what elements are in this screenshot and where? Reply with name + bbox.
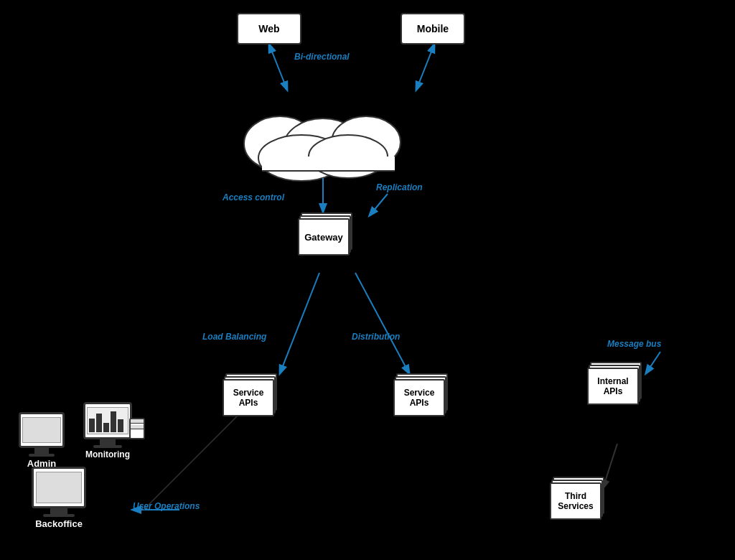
message-bus-label: Message bus	[607, 339, 661, 349]
gateway-node: Gateway	[298, 213, 355, 256]
svg-rect-5	[262, 157, 395, 171]
web-node: Web	[237, 13, 301, 45]
svg-point-4	[309, 135, 388, 178]
backoffice-label: Backoffice	[35, 518, 83, 529]
admin-node: Admin	[19, 412, 65, 469]
internal-apis-label: InternalAPIs	[597, 376, 628, 397]
monitoring-label: Monitoring	[85, 449, 130, 459]
service-apis-2-label: ServiceAPIs	[404, 388, 435, 409]
svg-point-1	[284, 118, 362, 176]
backoffice-node: Backoffice	[32, 467, 86, 529]
service-apis-2-node: ServiceAPIs	[393, 373, 451, 416]
service-apis-1-label: ServiceAPIs	[233, 388, 264, 409]
svg-point-2	[332, 116, 401, 168]
distribution-label: Distribution	[352, 332, 400, 342]
third-services-label: ThirdServices	[558, 491, 593, 512]
bidirectional-label: Bi-directional	[294, 52, 350, 62]
access-control-label: Access control	[223, 192, 284, 202]
mobile-label: Mobile	[417, 23, 449, 34]
service-apis-1-node: ServiceAPIs	[223, 373, 280, 419]
svg-point-0	[244, 116, 316, 171]
internal-apis-node: InternalAPIs	[587, 362, 645, 405]
mobile-node: Mobile	[401, 13, 465, 45]
gateway-label: Gateway	[304, 232, 342, 243]
svg-point-3	[258, 135, 345, 181]
replication-label: Replication	[376, 182, 423, 192]
web-label: Web	[258, 23, 279, 34]
monitoring-node: Monitoring	[83, 402, 132, 459]
user-operations-label: User Operations	[133, 501, 200, 511]
third-services-node: ThirdServices	[550, 477, 607, 520]
load-balancing-label: Load Balancing	[202, 332, 266, 342]
